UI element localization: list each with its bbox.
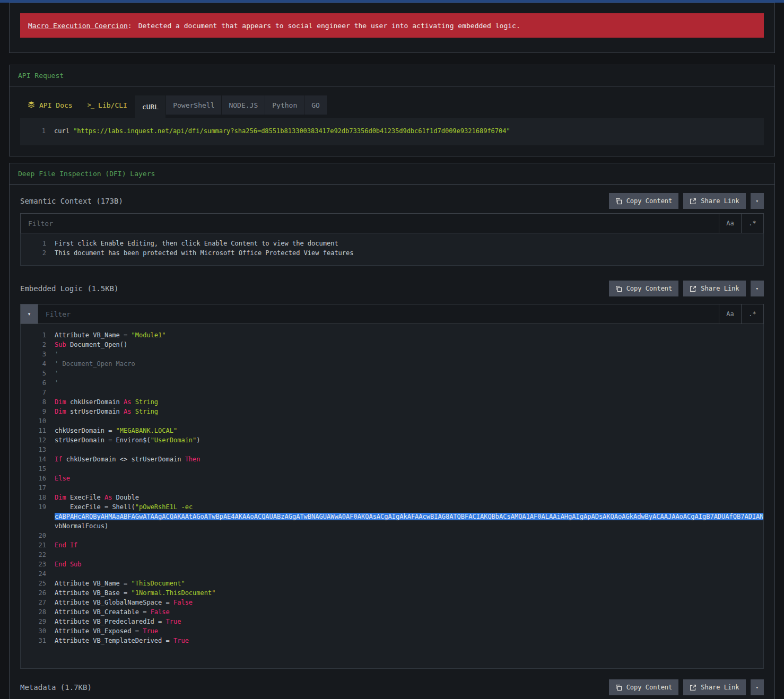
share-link-button[interactable]: Share Link	[683, 281, 745, 296]
tab-node-js[interactable]: NODE.JS	[221, 95, 265, 115]
code-line: 9Dim strUserDomain As String	[21, 407, 763, 416]
copy-content-label: Copy Content	[626, 684, 673, 691]
code-line: 20	[21, 531, 763, 540]
line-number: 2	[21, 248, 46, 258]
line-number: 18	[21, 493, 46, 502]
code-line: 30Attribute VB_Exposed = True	[21, 626, 763, 636]
copy-content-label: Copy Content	[626, 197, 673, 205]
copy-content-button[interactable]: Copy Content	[609, 193, 679, 209]
code-line: 29Attribute VB_PredeclaredId = True	[21, 617, 763, 626]
copy-content-label: Copy Content	[626, 285, 673, 292]
code-line: 14If chkUserDomain <> strUserDomain Then	[21, 455, 763, 464]
api-docs-link[interactable]: API Docs	[20, 95, 80, 115]
more-actions-button[interactable]: ▾	[751, 193, 764, 209]
alert-message: Detected a document that appears to soci…	[138, 22, 520, 30]
code-line: 2This document has been protected with M…	[21, 248, 763, 258]
line-number: 21	[21, 540, 46, 550]
lib-cli-label: Lib/CLI	[98, 101, 127, 109]
copy-content-button[interactable]: Copy Content	[609, 679, 679, 695]
semantic-context-header-row: Semantic Context (173B) Copy Content	[20, 193, 764, 209]
line-number: 27	[21, 598, 46, 607]
code-line: 25Attribute VB_Name = "ThisDocument"	[21, 579, 763, 588]
share-link-button[interactable]: Share Link	[683, 193, 745, 209]
embedded-filter-input[interactable]	[38, 304, 719, 324]
code-line: 18Dim ExecFile As Double	[21, 493, 763, 502]
line-number: 19	[21, 502, 46, 531]
tab-curl[interactable]: cURL	[135, 95, 165, 118]
code-line: 1Attribute VB_Name = "Module1"	[21, 330, 763, 340]
line-number: 6	[21, 378, 46, 388]
alert-panel: Macro Execution Coercion: Detected a doc…	[9, 3, 775, 53]
copy-content-button[interactable]: Copy Content	[609, 281, 679, 296]
tab-powershell[interactable]: PowerShell	[165, 95, 221, 115]
code-line: 5'	[21, 369, 763, 378]
metadata-header-row: Metadata (1.7KB) Copy Content	[20, 679, 764, 695]
code-line: 16Else	[21, 474, 763, 483]
tab-python[interactable]: Python	[265, 95, 304, 115]
api-request-header: API Request	[10, 65, 774, 86]
code-line: 13	[21, 445, 763, 455]
line-number: 26	[21, 588, 46, 598]
line-number: 20	[21, 531, 46, 540]
embedded-logic-content[interactable]: 1Attribute VB_Name = "Module1"2Sub Docum…	[20, 324, 764, 669]
copy-icon	[615, 285, 622, 292]
copy-icon	[615, 198, 622, 205]
copy-icon	[615, 684, 622, 691]
line-number: 12	[21, 435, 46, 445]
code-line: 31Attribute VB_TemplateDerived = True	[21, 636, 763, 645]
code-line: 23End Sub	[21, 560, 763, 569]
code-line: 10	[21, 416, 763, 426]
line-number: 23	[21, 560, 46, 569]
code-line: 27Attribute VB_GlobalNameSpace = False	[21, 598, 763, 607]
embedded-filter-group: ▾ Aa .*	[20, 304, 764, 324]
line-number: 5	[21, 369, 46, 378]
semantic-context-title: Semantic Context (173B)	[20, 197, 123, 205]
share-link-label: Share Link	[701, 197, 739, 205]
alert-title-link[interactable]: Macro Execution Coercion	[28, 22, 128, 30]
case-sensitive-toggle[interactable]: Aa	[719, 304, 741, 324]
embedded-logic-header-row: Embedded Logic (1.5KB) Copy Content	[20, 281, 764, 296]
code-line: 11chkUserDomain = "MEGABANK.LOCAL"	[21, 426, 763, 435]
line-number: 10	[21, 416, 46, 426]
lib-cli-link[interactable]: >_ Lib/CLI	[80, 95, 135, 115]
line-number: 4	[21, 359, 46, 369]
line-number: 15	[21, 464, 46, 474]
api-request-panel: API Request API Docs >_ Lib/CLI cURLPowe…	[9, 65, 775, 156]
curl-command: curl "https://labs.inquest.net/api/dfi/s…	[46, 126, 764, 136]
caret-down-icon: ▾	[756, 685, 759, 690]
case-sensitive-toggle[interactable]: Aa	[719, 214, 741, 233]
metadata-title: Metadata (1.7KB)	[20, 683, 92, 692]
terminal-icon: >_	[88, 101, 94, 109]
code-line: 15	[21, 464, 763, 474]
code-line: 26Attribute VB_Base = "1Normal.ThisDocum…	[21, 588, 763, 598]
more-actions-button[interactable]: ▾	[751, 281, 764, 296]
collapse-section-button[interactable]: ▾	[21, 304, 38, 324]
line-number: 24	[21, 569, 46, 579]
api-tabs-row: API Docs >_ Lib/CLI cURLPowerShellNODE.J…	[20, 95, 764, 118]
semantic-filter-input[interactable]	[21, 214, 719, 233]
code-line: 12strUserDomain = Environ$("UserDomain")	[21, 435, 763, 445]
share-link-button[interactable]: Share Link	[683, 679, 745, 695]
line-number: 7	[21, 388, 46, 397]
line-number: 29	[21, 617, 46, 626]
line-number: 17	[21, 483, 46, 493]
tab-go[interactable]: GO	[304, 95, 327, 115]
code-line: 1First click Enable Editing, then click …	[21, 239, 763, 248]
caret-down-icon: ▾	[28, 311, 31, 317]
dfi-layers-panel: Deep File Inspection (DFI) Layers Semant…	[9, 163, 775, 699]
regex-toggle[interactable]: .*	[741, 304, 763, 324]
line-number: 16	[21, 474, 46, 483]
code-line: 4' Document_Open Macro	[21, 359, 763, 369]
api-docs-label: API Docs	[39, 101, 73, 109]
line-number: 9	[21, 407, 46, 416]
external-link-icon	[690, 684, 696, 691]
line-number: 3	[21, 350, 46, 359]
code-line: 24	[21, 569, 763, 579]
code-line: 22	[21, 550, 763, 560]
code-line: 28Attribute VB_Creatable = False	[21, 607, 763, 617]
line-number: 30	[21, 626, 46, 636]
regex-toggle[interactable]: .*	[741, 214, 763, 233]
line-number: 8	[21, 397, 46, 407]
code-line: 2Sub Document_Open()	[21, 340, 763, 350]
more-actions-button[interactable]: ▾	[751, 679, 764, 695]
